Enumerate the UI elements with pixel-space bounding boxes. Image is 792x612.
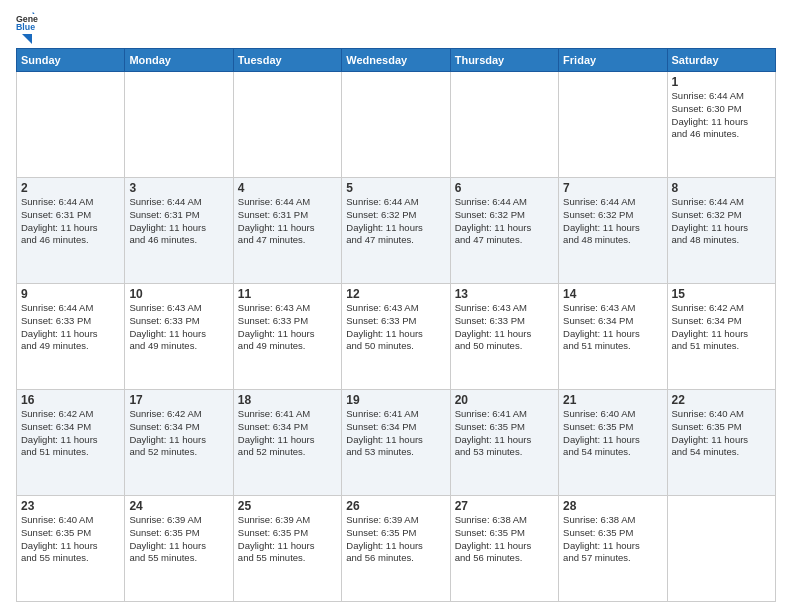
day-info: Sunrise: 6:44 AMSunset: 6:30 PMDaylight:…	[672, 90, 771, 141]
day-info: Sunrise: 6:44 AMSunset: 6:32 PMDaylight:…	[346, 196, 445, 247]
day-info: Sunrise: 6:44 AMSunset: 6:31 PMDaylight:…	[129, 196, 228, 247]
day-cell: 1Sunrise: 6:44 AMSunset: 6:30 PMDaylight…	[667, 72, 775, 178]
day-cell: 19Sunrise: 6:41 AMSunset: 6:34 PMDayligh…	[342, 390, 450, 496]
day-info: Sunrise: 6:44 AMSunset: 6:32 PMDaylight:…	[455, 196, 554, 247]
weekday-header-thursday: Thursday	[450, 49, 558, 72]
calendar-body: 1Sunrise: 6:44 AMSunset: 6:30 PMDaylight…	[17, 72, 776, 602]
day-number: 14	[563, 287, 662, 301]
weekday-header-tuesday: Tuesday	[233, 49, 341, 72]
day-cell: 3Sunrise: 6:44 AMSunset: 6:31 PMDaylight…	[125, 178, 233, 284]
day-cell: 20Sunrise: 6:41 AMSunset: 6:35 PMDayligh…	[450, 390, 558, 496]
day-cell: 16Sunrise: 6:42 AMSunset: 6:34 PMDayligh…	[17, 390, 125, 496]
day-info: Sunrise: 6:43 AMSunset: 6:33 PMDaylight:…	[346, 302, 445, 353]
day-number: 16	[21, 393, 120, 407]
day-number: 17	[129, 393, 228, 407]
day-cell: 26Sunrise: 6:39 AMSunset: 6:35 PMDayligh…	[342, 496, 450, 602]
day-info: Sunrise: 6:40 AMSunset: 6:35 PMDaylight:…	[563, 408, 662, 459]
day-cell: 8Sunrise: 6:44 AMSunset: 6:32 PMDaylight…	[667, 178, 775, 284]
day-number: 26	[346, 499, 445, 513]
day-cell: 25Sunrise: 6:39 AMSunset: 6:35 PMDayligh…	[233, 496, 341, 602]
day-cell	[342, 72, 450, 178]
day-cell	[17, 72, 125, 178]
day-number: 20	[455, 393, 554, 407]
logo-triangle-icon	[16, 30, 34, 48]
day-number: 24	[129, 499, 228, 513]
day-number: 4	[238, 181, 337, 195]
day-info: Sunrise: 6:41 AMSunset: 6:35 PMDaylight:…	[455, 408, 554, 459]
day-info: Sunrise: 6:39 AMSunset: 6:35 PMDaylight:…	[129, 514, 228, 565]
day-cell: 6Sunrise: 6:44 AMSunset: 6:32 PMDaylight…	[450, 178, 558, 284]
day-number: 3	[129, 181, 228, 195]
day-info: Sunrise: 6:41 AMSunset: 6:34 PMDaylight:…	[238, 408, 337, 459]
day-cell: 2Sunrise: 6:44 AMSunset: 6:31 PMDaylight…	[17, 178, 125, 284]
day-cell: 27Sunrise: 6:38 AMSunset: 6:35 PMDayligh…	[450, 496, 558, 602]
page: General Blue SundayMondayTuesdayWedn	[0, 0, 792, 612]
day-cell: 28Sunrise: 6:38 AMSunset: 6:35 PMDayligh…	[559, 496, 667, 602]
day-cell: 15Sunrise: 6:42 AMSunset: 6:34 PMDayligh…	[667, 284, 775, 390]
day-info: Sunrise: 6:43 AMSunset: 6:33 PMDaylight:…	[238, 302, 337, 353]
header: General Blue	[16, 12, 776, 44]
weekday-header-monday: Monday	[125, 49, 233, 72]
weekday-header-friday: Friday	[559, 49, 667, 72]
day-info: Sunrise: 6:40 AMSunset: 6:35 PMDaylight:…	[21, 514, 120, 565]
day-info: Sunrise: 6:40 AMSunset: 6:35 PMDaylight:…	[672, 408, 771, 459]
week-row-1: 1Sunrise: 6:44 AMSunset: 6:30 PMDaylight…	[17, 72, 776, 178]
day-cell	[450, 72, 558, 178]
day-number: 27	[455, 499, 554, 513]
day-number: 19	[346, 393, 445, 407]
weekday-row: SundayMondayTuesdayWednesdayThursdayFrid…	[17, 49, 776, 72]
week-row-3: 9Sunrise: 6:44 AMSunset: 6:33 PMDaylight…	[17, 284, 776, 390]
day-info: Sunrise: 6:42 AMSunset: 6:34 PMDaylight:…	[672, 302, 771, 353]
day-number: 10	[129, 287, 228, 301]
day-number: 8	[672, 181, 771, 195]
day-info: Sunrise: 6:43 AMSunset: 6:33 PMDaylight:…	[455, 302, 554, 353]
day-cell: 4Sunrise: 6:44 AMSunset: 6:31 PMDaylight…	[233, 178, 341, 284]
day-cell: 23Sunrise: 6:40 AMSunset: 6:35 PMDayligh…	[17, 496, 125, 602]
day-cell	[559, 72, 667, 178]
day-info: Sunrise: 6:43 AMSunset: 6:33 PMDaylight:…	[129, 302, 228, 353]
day-info: Sunrise: 6:44 AMSunset: 6:32 PMDaylight:…	[672, 196, 771, 247]
day-info: Sunrise: 6:42 AMSunset: 6:34 PMDaylight:…	[21, 408, 120, 459]
day-cell: 10Sunrise: 6:43 AMSunset: 6:33 PMDayligh…	[125, 284, 233, 390]
day-cell	[667, 496, 775, 602]
day-info: Sunrise: 6:44 AMSunset: 6:33 PMDaylight:…	[21, 302, 120, 353]
day-cell: 11Sunrise: 6:43 AMSunset: 6:33 PMDayligh…	[233, 284, 341, 390]
day-number: 6	[455, 181, 554, 195]
weekday-header-sunday: Sunday	[17, 49, 125, 72]
day-number: 22	[672, 393, 771, 407]
day-number: 25	[238, 499, 337, 513]
day-cell: 17Sunrise: 6:42 AMSunset: 6:34 PMDayligh…	[125, 390, 233, 496]
logo: General Blue	[16, 12, 38, 44]
day-number: 28	[563, 499, 662, 513]
day-info: Sunrise: 6:41 AMSunset: 6:34 PMDaylight:…	[346, 408, 445, 459]
day-cell	[233, 72, 341, 178]
svg-marker-3	[22, 34, 32, 44]
day-cell: 7Sunrise: 6:44 AMSunset: 6:32 PMDaylight…	[559, 178, 667, 284]
calendar: SundayMondayTuesdayWednesdayThursdayFrid…	[16, 48, 776, 602]
day-cell: 9Sunrise: 6:44 AMSunset: 6:33 PMDaylight…	[17, 284, 125, 390]
day-cell: 22Sunrise: 6:40 AMSunset: 6:35 PMDayligh…	[667, 390, 775, 496]
day-info: Sunrise: 6:44 AMSunset: 6:32 PMDaylight:…	[563, 196, 662, 247]
weekday-header-wednesday: Wednesday	[342, 49, 450, 72]
day-cell: 12Sunrise: 6:43 AMSunset: 6:33 PMDayligh…	[342, 284, 450, 390]
day-cell: 13Sunrise: 6:43 AMSunset: 6:33 PMDayligh…	[450, 284, 558, 390]
day-cell: 24Sunrise: 6:39 AMSunset: 6:35 PMDayligh…	[125, 496, 233, 602]
day-number: 12	[346, 287, 445, 301]
calendar-header: SundayMondayTuesdayWednesdayThursdayFrid…	[17, 49, 776, 72]
day-cell: 21Sunrise: 6:40 AMSunset: 6:35 PMDayligh…	[559, 390, 667, 496]
day-number: 23	[21, 499, 120, 513]
day-info: Sunrise: 6:42 AMSunset: 6:34 PMDaylight:…	[129, 408, 228, 459]
week-row-5: 23Sunrise: 6:40 AMSunset: 6:35 PMDayligh…	[17, 496, 776, 602]
day-info: Sunrise: 6:44 AMSunset: 6:31 PMDaylight:…	[238, 196, 337, 247]
day-number: 13	[455, 287, 554, 301]
day-cell: 5Sunrise: 6:44 AMSunset: 6:32 PMDaylight…	[342, 178, 450, 284]
day-info: Sunrise: 6:38 AMSunset: 6:35 PMDaylight:…	[455, 514, 554, 565]
day-cell	[125, 72, 233, 178]
day-number: 5	[346, 181, 445, 195]
day-info: Sunrise: 6:44 AMSunset: 6:31 PMDaylight:…	[21, 196, 120, 247]
day-number: 21	[563, 393, 662, 407]
day-cell: 14Sunrise: 6:43 AMSunset: 6:34 PMDayligh…	[559, 284, 667, 390]
day-info: Sunrise: 6:43 AMSunset: 6:34 PMDaylight:…	[563, 302, 662, 353]
day-number: 7	[563, 181, 662, 195]
day-number: 11	[238, 287, 337, 301]
